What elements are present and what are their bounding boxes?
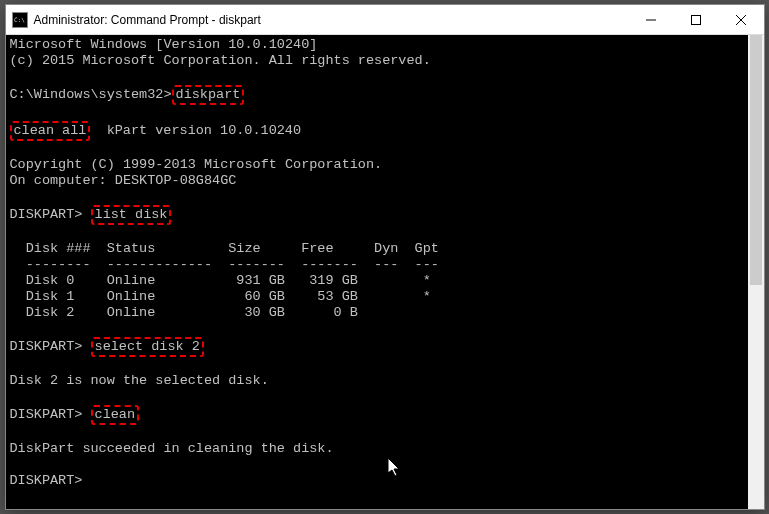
window-title: Administrator: Command Prompt - diskpart [34,13,629,27]
window-controls [629,5,764,34]
title-bar[interactable]: Administrator: Command Prompt - diskpart [6,5,764,35]
disk-table-header: Disk ### Status Size Free Dyn Gpt [10,241,439,256]
cmd-clean-all-highlight: clean all [10,121,91,141]
table-row: Disk 0 Online 931 GB 319 GB * [10,273,431,288]
diskpart-prompt: DISKPART> [10,407,83,422]
svg-rect-1 [692,15,701,24]
terminal-area: Microsoft Windows [Version 10.0.10240] (… [6,35,764,509]
cmd-select-disk-highlight: select disk 2 [91,337,204,357]
maximize-button[interactable] [674,5,719,34]
minimize-button[interactable] [629,5,674,34]
diskpart-version: kPart version 10.0.10240 [107,123,301,138]
cmd-diskpart-highlight: diskpart [172,85,245,105]
prompt-path: C:\Windows\system32> [10,87,172,102]
vertical-scrollbar[interactable] [748,35,764,509]
cmd-clean-highlight: clean [91,405,140,425]
os-banner-2: (c) 2015 Microsoft Corporation. All righ… [10,53,431,68]
terminal-output[interactable]: Microsoft Windows [Version 10.0.10240] (… [6,35,748,509]
command-prompt-window: Administrator: Command Prompt - diskpart… [5,4,765,510]
diskpart-prompt: DISKPART> [10,339,83,354]
close-button[interactable] [719,5,764,34]
diskpart-copyright: Copyright (C) 1999-2013 Microsoft Corpor… [10,157,383,172]
diskpart-prompt: DISKPART> [10,207,83,222]
msg-disk-selected: Disk 2 is now the selected disk. [10,373,269,388]
table-row: Disk 2 Online 30 GB 0 B [10,305,358,320]
msg-clean-success: DiskPart succeeded in cleaning the disk. [10,441,334,456]
app-icon [12,12,28,28]
os-banner-1: Microsoft Windows [Version 10.0.10240] [10,37,318,52]
scrollbar-thumb[interactable] [750,35,762,285]
diskpart-prompt: DISKPART> [10,473,83,488]
disk-table-divider: -------- ------------- ------- ------- -… [10,257,439,272]
cmd-list-disk-highlight: list disk [91,205,172,225]
table-row: Disk 1 Online 60 GB 53 GB * [10,289,431,304]
diskpart-computer: On computer: DESKTOP-08G84GC [10,173,237,188]
